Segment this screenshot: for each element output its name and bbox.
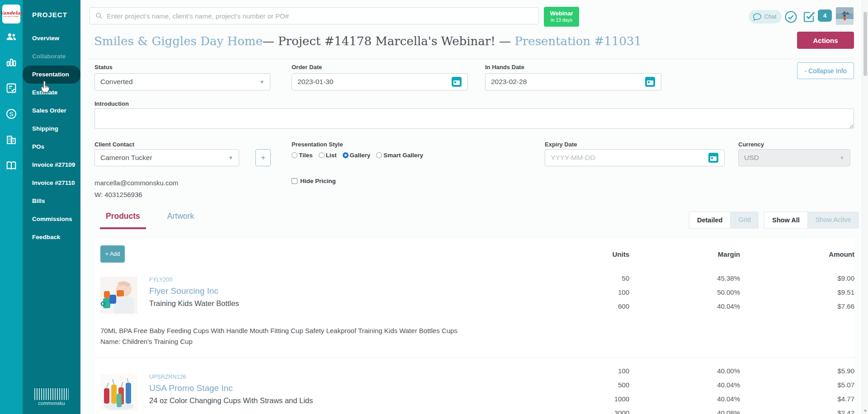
client-contact-label: Client Contact (94, 141, 134, 148)
sidebar-item-collaborate[interactable]: Collaborate (23, 47, 80, 66)
actions-button[interactable]: Actions (797, 32, 854, 49)
currency-select: USD ▼ (738, 149, 850, 166)
product-image[interactable] (100, 374, 137, 411)
resources-icon[interactable] (5, 159, 18, 172)
chevron-down-icon: ▼ (228, 155, 233, 160)
in-hands-date-input[interactable] (491, 78, 645, 86)
product-name: Training Kids Water Bottles (149, 299, 239, 308)
contacts-icon[interactable] (5, 31, 18, 43)
product-supplier-link[interactable]: USA Promo Stage Inc (149, 383, 313, 393)
orders-icon[interactable] (5, 82, 18, 94)
contact-phone: W: 4031256936 (94, 191, 142, 198)
vandelay-logo-text: Vandelay (0, 11, 23, 15)
radio-tiles[interactable]: Tiles (292, 152, 313, 159)
product-sku-link[interactable]: FYLY200 (149, 277, 239, 283)
calendar-icon[interactable] (451, 76, 462, 88)
introduction-textarea[interactable] (94, 108, 854, 129)
sidebar-item-sales-order[interactable]: Sales Order (23, 102, 80, 120)
finance-icon[interactable]: S (5, 108, 18, 120)
add-contact-button[interactable]: + (255, 149, 271, 166)
order-date-input[interactable] (297, 78, 451, 86)
client-contact-select[interactable]: Cameron Tucker ▼ (94, 149, 239, 166)
page-title: Smiles & Giggles Day Home— Project #1417… (94, 34, 642, 48)
sidebar-item-overview[interactable]: Overview (23, 29, 80, 47)
toggle-show-active[interactable]: Show Active (808, 212, 859, 229)
sidebar-item-shipping[interactable]: Shipping (23, 120, 80, 138)
company-icon[interactable] (5, 133, 18, 146)
icon-rail: Vandelay PROMOTIONAL S (0, 0, 23, 414)
collapse-info-button[interactable]: - Collapse Info (797, 62, 854, 79)
toggle-detailed[interactable]: Detailed (689, 212, 731, 229)
toggle-grid[interactable]: Grid (731, 212, 758, 229)
search-input[interactable] (107, 12, 533, 20)
page-scrollbar[interactable]: ▼ (862, 0, 868, 414)
sidebar-item-bills[interactable]: Bills (23, 192, 80, 210)
pricing-tier-row: 60040.04%$7.66 (502, 299, 854, 313)
project-title-text: — Project #14178 Marcella's Webinar! — (263, 34, 514, 48)
hide-pricing-checkbox[interactable]: Hide Pricing (292, 178, 336, 184)
avatar-image (836, 7, 854, 25)
pricing-tier-row: 100040.04%$4.77 (502, 392, 854, 406)
reports-icon[interactable] (5, 56, 18, 69)
product-supplier-link[interactable]: Flyer Sourcing Inc (149, 286, 239, 296)
radio-smart-gallery[interactable]: Smart Gallery (376, 152, 423, 159)
presentation-link[interactable]: Presentation #11031 (514, 34, 642, 48)
sidebar-item-presentation[interactable]: Presentation (23, 66, 80, 84)
tab-artwork[interactable]: Artwork (161, 212, 200, 229)
radio-list[interactable]: List (319, 152, 337, 159)
table-row: FYLY200 Flyer Sourcing Inc Training Kids… (95, 265, 854, 314)
products-panel: + Add Units Margin Amount (95, 239, 854, 414)
calendar-icon[interactable] (708, 152, 719, 164)
radio-icon (319, 152, 325, 158)
tab-products[interactable]: Products (100, 212, 146, 229)
in-hands-date-field (485, 73, 661, 90)
project-search (90, 7, 539, 24)
pricing-tier-row: 10050.00%$9.51 (502, 285, 854, 299)
contact-email: marcella@commonsku.com (94, 179, 178, 187)
status-label: Status (94, 64, 113, 71)
show-filter-toggle: Show All Show Active (764, 212, 859, 229)
status-select[interactable]: Converted ▼ (94, 73, 270, 90)
vandelay-logo[interactable]: Vandelay PROMOTIONAL (2, 5, 20, 24)
pricing-tiers: 5045.38%$9.00 10050.00%$9.51 60040.04%$7… (502, 271, 854, 314)
scrollbar-thumb[interactable] (863, 12, 867, 76)
tasks-icon[interactable] (802, 10, 816, 24)
notification-badge[interactable]: 4 (818, 9, 832, 22)
sidebar-item-estimate[interactable]: Estimate (23, 84, 80, 102)
pricing-tier-row: 10040.00%$5.90 (502, 364, 854, 378)
toggle-show-all[interactable]: Show All (764, 212, 808, 229)
commonsku-barcode (34, 388, 69, 400)
add-product-button[interactable]: + Add (100, 245, 125, 263)
webinar-button[interactable]: Webinar in 13 days (544, 7, 579, 27)
product-image[interactable] (100, 277, 137, 314)
vandelay-logo-tagline: PROMOTIONAL (4, 15, 19, 18)
column-units: Units (502, 250, 629, 258)
sidebar-item-commissions[interactable]: Commissions (23, 210, 80, 228)
product-photo-kids-cups (100, 277, 137, 314)
user-avatar[interactable] (836, 7, 854, 25)
presentation-style-label: Presentation Style (292, 141, 343, 148)
product-sku-link[interactable]: UPSRZRN126 (149, 374, 313, 380)
product-photo-color-cups (100, 374, 137, 411)
reminders-icon[interactable] (784, 10, 798, 24)
sidebar-item-invoice-27109[interactable]: Invoice #27109 (23, 156, 80, 174)
calendar-icon[interactable] (645, 76, 656, 88)
detail-view-toggle: Detailed Grid (689, 212, 759, 229)
sidebar-item-pos[interactable]: POs (23, 138, 80, 156)
radio-icon (292, 152, 297, 158)
radio-gallery[interactable]: Gallery (343, 152, 371, 159)
product-description: 70ML BPA Free Baby Feeding Cups With Han… (95, 314, 854, 357)
chat-label: Chat (764, 14, 776, 20)
sidebar-item-feedback[interactable]: Feedback (23, 228, 80, 246)
search-icon (95, 12, 103, 19)
pricing-tiers: 10040.00%$5.90 50040.04%$5.07 100040.04%… (502, 361, 854, 414)
expiry-date-input[interactable] (551, 154, 708, 162)
scroll-down-arrow-icon[interactable]: ▼ (862, 409, 868, 413)
project-sidebar: PROJECT Overview Collaborate Presentatio… (23, 0, 80, 414)
presentation-style-radios: Tiles List Gallery Smart Gallery (292, 152, 423, 159)
sidebar-item-invoice-27110[interactable]: Invoice #27110 (23, 174, 80, 192)
chat-button[interactable]: Chat (749, 10, 782, 24)
expiry-date-field (545, 149, 725, 166)
product-name: 24 oz Color Changing Cups With Straws an… (149, 396, 313, 405)
client-link[interactable]: Smiles & Giggles Day Home (94, 34, 263, 48)
